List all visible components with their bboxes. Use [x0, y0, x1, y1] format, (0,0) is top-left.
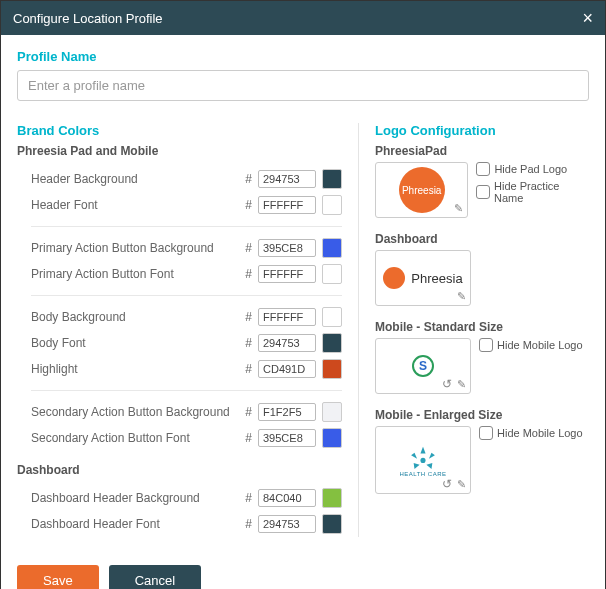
configure-location-profile-dialog: Configure Location Profile × Profile Nam…	[0, 0, 606, 589]
label-sab-bg: Secondary Action Button Background	[31, 405, 239, 419]
svg-point-0	[420, 458, 425, 463]
label-header-font: Header Font	[31, 198, 239, 212]
pencil-icon[interactable]: ✎	[454, 202, 463, 215]
logo-config-heading: Logo Configuration	[375, 123, 589, 138]
hide-practice-name-label: Hide Practice Name	[494, 180, 589, 204]
row-header-font: Header Font #	[17, 192, 342, 218]
brand-colors-panel: Brand Colors Phreesia Pad and Mobile Hea…	[17, 123, 359, 537]
logo-group-mobile-std: Mobile - Standard Size S ↺ ✎ Hide Mobile…	[375, 320, 589, 394]
label-highlight: Highlight	[31, 362, 239, 376]
checkbox-icon[interactable]	[479, 338, 493, 352]
swatch-dash-hdr-bg[interactable]	[322, 488, 342, 508]
dash-logo-image: Phreesia	[383, 267, 462, 289]
label-dash-hdr-font: Dashboard Header Font	[31, 517, 239, 531]
hide-mobile-std-logo-row[interactable]: Hide Mobile Logo	[479, 338, 583, 352]
swatch-header-bg[interactable]	[322, 169, 342, 189]
swatch-highlight[interactable]	[322, 359, 342, 379]
titlebar: Configure Location Profile ×	[1, 1, 605, 35]
dash-logo-text: Phreesia	[411, 271, 462, 286]
input-body-bg[interactable]	[258, 308, 316, 326]
mobile-std-preview: S ↺ ✎	[375, 338, 471, 394]
brand-colors-heading: Brand Colors	[17, 123, 342, 138]
mobile-enl-preview: HEALTH CARE ↺ ✎	[375, 426, 471, 494]
swatch-sab-bg[interactable]	[322, 402, 342, 422]
close-icon[interactable]: ×	[582, 9, 593, 27]
hide-pad-logo-label: Hide Pad Logo	[494, 163, 567, 175]
mobile-enl-logo-image: HEALTH CARE	[399, 443, 446, 477]
hide-pad-logo-row[interactable]: Hide Pad Logo	[476, 162, 589, 176]
dash-title: Dashboard	[375, 232, 589, 246]
input-sab-bg[interactable]	[258, 403, 316, 421]
input-header-bg[interactable]	[258, 170, 316, 188]
swatch-header-font[interactable]	[322, 195, 342, 215]
pencil-icon[interactable]: ✎	[457, 478, 466, 491]
label-header-bg: Header Background	[31, 172, 239, 186]
mobile-std-title: Mobile - Standard Size	[375, 320, 589, 334]
label-body-font: Body Font	[31, 336, 239, 350]
row-sab-font: Secondary Action Button Font #	[17, 425, 342, 451]
input-dash-hdr-bg[interactable]	[258, 489, 316, 507]
button-row: Save Cancel	[17, 565, 589, 589]
window-title: Configure Location Profile	[13, 11, 163, 26]
swatch-pab-bg[interactable]	[322, 238, 342, 258]
label-pab-bg: Primary Action Button Background	[31, 241, 239, 255]
row-pab-bg: Primary Action Button Background #	[17, 235, 342, 261]
swatch-dash-hdr-font[interactable]	[322, 514, 342, 534]
dashboard-subhead: Dashboard	[17, 463, 342, 477]
checkbox-icon[interactable]	[479, 426, 493, 440]
row-header-bg: Header Background #	[17, 166, 342, 192]
row-body-font: Body Font #	[17, 330, 342, 356]
label-sab-font: Secondary Action Button Font	[31, 431, 239, 445]
pad-title: PhreesiaPad	[375, 144, 589, 158]
row-pab-font: Primary Action Button Font #	[17, 261, 342, 287]
mobile-std-logo-image: S	[412, 355, 434, 377]
mobile-enl-title: Mobile - Enlarged Size	[375, 408, 589, 422]
swatch-body-bg[interactable]	[322, 307, 342, 327]
label-dash-hdr-bg: Dashboard Header Background	[31, 491, 239, 505]
logo-config-panel: Logo Configuration PhreesiaPad Phreesia …	[359, 123, 589, 537]
profile-name-heading: Profile Name	[17, 49, 589, 64]
profile-name-input[interactable]	[17, 70, 589, 101]
input-dash-hdr-font[interactable]	[258, 515, 316, 533]
input-header-font[interactable]	[258, 196, 316, 214]
hide-mobile-std-label: Hide Mobile Logo	[497, 339, 583, 351]
row-dash-hdr-font: Dashboard Header Font #	[17, 511, 342, 537]
pad-logo-preview: Phreesia ✎	[375, 162, 468, 218]
swatch-pab-font[interactable]	[322, 264, 342, 284]
input-pab-font[interactable]	[258, 265, 316, 283]
row-sab-bg: Secondary Action Button Background #	[17, 399, 342, 425]
row-highlight: Highlight #	[17, 356, 342, 382]
checkbox-icon[interactable]	[476, 162, 490, 176]
logo-group-mobile-enl: Mobile - Enlarged Size	[375, 408, 589, 494]
hide-mobile-enl-logo-row[interactable]: Hide Mobile Logo	[479, 426, 583, 440]
pad-logo-image: Phreesia	[399, 167, 445, 213]
dash-logo-preview: Phreesia ✎	[375, 250, 471, 306]
hide-practice-name-row[interactable]: Hide Practice Name	[476, 180, 589, 204]
logo-group-pad: PhreesiaPad Phreesia ✎ Hide Pad Logo	[375, 144, 589, 218]
mobile-enl-caption: HEALTH CARE	[399, 471, 446, 477]
input-body-font[interactable]	[258, 334, 316, 352]
pencil-icon[interactable]: ✎	[457, 378, 466, 391]
hide-mobile-enl-label: Hide Mobile Logo	[497, 427, 583, 439]
input-pab-bg[interactable]	[258, 239, 316, 257]
pencil-icon[interactable]: ✎	[457, 290, 466, 303]
label-pab-font: Primary Action Button Font	[31, 267, 239, 281]
row-dash-hdr-bg: Dashboard Header Background #	[17, 485, 342, 511]
logo-group-dashboard: Dashboard Phreesia ✎	[375, 232, 589, 306]
undo-icon[interactable]: ↺	[442, 377, 452, 391]
swatch-body-font[interactable]	[322, 333, 342, 353]
input-highlight[interactable]	[258, 360, 316, 378]
checkbox-icon[interactable]	[476, 185, 490, 199]
pad-mobile-subhead: Phreesia Pad and Mobile	[17, 144, 342, 158]
row-body-bg: Body Background #	[17, 304, 342, 330]
label-body-bg: Body Background	[31, 310, 239, 324]
swatch-sab-font[interactable]	[322, 428, 342, 448]
undo-icon[interactable]: ↺	[442, 477, 452, 491]
save-button[interactable]: Save	[17, 565, 99, 589]
dialog-content: Profile Name Brand Colors Phreesia Pad a…	[1, 35, 605, 589]
cancel-button[interactable]: Cancel	[109, 565, 201, 589]
input-sab-font[interactable]	[258, 429, 316, 447]
